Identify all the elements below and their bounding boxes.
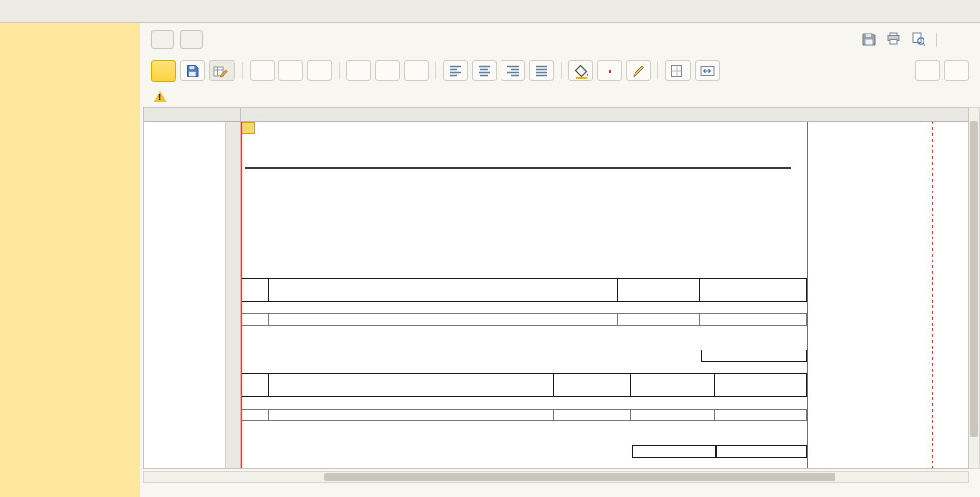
align-right-icon	[506, 65, 520, 77]
form-header	[140, 23, 980, 56]
font-size-decrease-button[interactable]	[307, 60, 332, 81]
table1-header-row[interactable]	[241, 278, 807, 302]
print-button[interactable]	[886, 32, 901, 47]
print-area-line-right	[807, 122, 808, 469]
vertical-scrollbar[interactable]	[969, 107, 980, 469]
help-button[interactable]	[944, 60, 969, 81]
spreadsheet-layout-editor[interactable]	[143, 107, 969, 469]
table1-data-row[interactable]	[241, 313, 807, 326]
column-header-row	[144, 108, 968, 122]
save-floppy-icon	[186, 64, 199, 78]
table2-header-row[interactable]	[241, 373, 807, 397]
align-justify-button[interactable]	[529, 60, 554, 81]
tab-bar	[0, 0, 980, 23]
print-area-line-left	[241, 122, 242, 469]
back-button[interactable]	[151, 30, 174, 49]
toolbar	[140, 56, 980, 86]
preview-magnifier-icon	[911, 32, 925, 46]
align-justify-icon	[535, 65, 548, 77]
horizontal-scrollbar[interactable]	[143, 471, 969, 483]
toolbar-separator	[561, 62, 562, 79]
underline-button[interactable]	[404, 60, 429, 81]
merge-cells-icon	[700, 65, 715, 77]
printer-icon	[886, 32, 901, 45]
more-button[interactable]	[915, 60, 940, 81]
merge-cells-button[interactable]	[695, 60, 720, 81]
page-break-line	[932, 122, 933, 469]
borders-grid-icon	[670, 64, 683, 78]
row-header-column	[226, 122, 241, 469]
table2-data-row[interactable]	[241, 409, 807, 421]
print-preview-button[interactable]	[911, 32, 925, 48]
warning-bar	[140, 86, 980, 107]
font-color-icon	[609, 70, 611, 73]
h-scroll-thumb[interactable]	[324, 473, 835, 481]
align-left-button[interactable]	[443, 60, 468, 81]
save-button[interactable]	[180, 60, 205, 81]
table2-total-sum[interactable]	[716, 445, 807, 458]
header-separator	[936, 33, 937, 47]
table2-total-cost[interactable]	[632, 445, 716, 458]
toolbar-separator	[242, 62, 243, 79]
fill-color-button[interactable]	[568, 60, 593, 81]
align-center-icon	[478, 65, 491, 77]
main-area	[140, 23, 980, 497]
toolbar-separator	[657, 62, 658, 79]
table2-total-label[interactable]	[549, 445, 628, 457]
area-names-column	[144, 122, 226, 469]
font-button[interactable]	[250, 60, 275, 81]
floppy-icon	[861, 32, 876, 46]
grid-corner[interactable]	[144, 108, 241, 121]
align-center-button[interactable]	[472, 60, 497, 81]
cell-title-text[interactable]	[245, 146, 791, 169]
borders-button[interactable]	[665, 60, 691, 81]
save-document-button[interactable]	[861, 32, 876, 48]
warning-icon	[153, 91, 167, 102]
v-scroll-thumb[interactable]	[970, 121, 978, 437]
edit-table-icon	[213, 65, 228, 78]
sidebar	[0, 23, 140, 497]
font-color-button[interactable]	[597, 60, 622, 81]
align-left-icon	[449, 65, 462, 77]
italic-button[interactable]	[375, 60, 400, 81]
toolbar-separator	[339, 62, 340, 79]
editing-toggle-button[interactable]	[209, 60, 235, 81]
paint-bucket-icon	[574, 64, 589, 79]
line-color-button[interactable]	[626, 60, 651, 81]
font-size-increase-button[interactable]	[278, 60, 303, 81]
table1-total-sum[interactable]	[701, 350, 807, 362]
forward-button[interactable]	[180, 30, 203, 49]
table1-total-label[interactable]	[610, 350, 696, 361]
align-right-button[interactable]	[501, 60, 525, 81]
pencil-icon	[632, 64, 645, 78]
selected-cell[interactable]	[241, 122, 255, 134]
toolbar-separator	[435, 62, 436, 79]
save-and-close-button[interactable]	[151, 60, 176, 82]
cells-area[interactable]	[241, 122, 968, 469]
bold-button[interactable]	[346, 60, 371, 81]
